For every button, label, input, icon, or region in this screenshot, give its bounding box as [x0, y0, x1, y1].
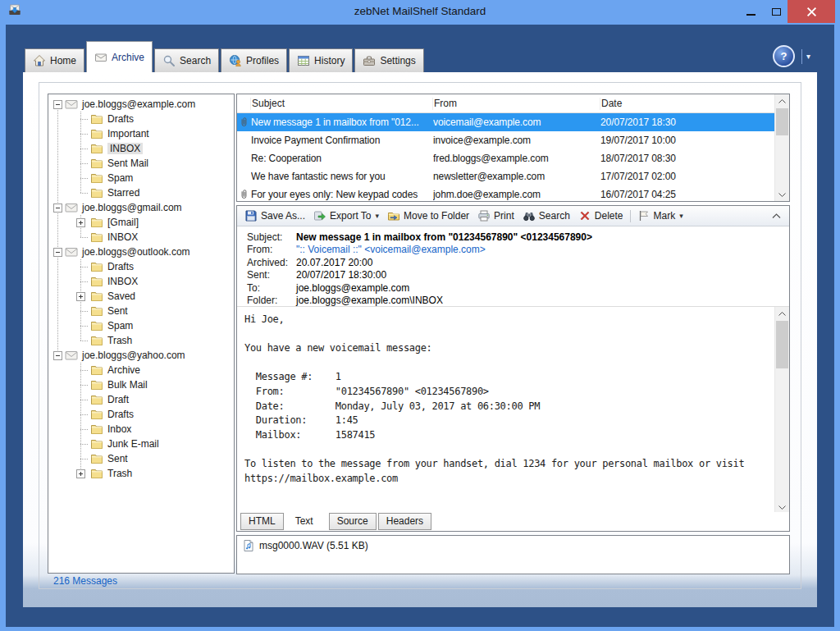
tree-folder-label: INBOX — [107, 143, 143, 154]
column-header-subject[interactable]: Subject — [251, 98, 433, 110]
column-header-attachment[interactable] — [237, 98, 251, 110]
view-tab-text[interactable]: Text — [285, 512, 323, 531]
tree-folder-sent[interactable]: Sent — [48, 451, 234, 466]
expand-expander-icon[interactable] — [76, 218, 85, 227]
tab-history[interactable]: History — [289, 48, 353, 72]
expand-expander-icon[interactable] — [76, 469, 85, 478]
collapse-expander-icon[interactable] — [53, 203, 62, 213]
tree-folder-spam[interactable]: Spam — [48, 318, 234, 333]
tree-account-joe-bloggs-outlook-com[interactable]: joe.bloggs@outlook.com — [48, 245, 234, 259]
view-tab-source[interactable]: Source — [329, 513, 377, 530]
message-row[interactable]: Re: Cooperationfred.bloggs@example.com18… — [237, 149, 775, 167]
tree-folder-label: Trash — [107, 335, 132, 346]
scroll-up-icon[interactable] — [775, 307, 789, 320]
view-tab-bar: HTMLTextSourceHeaders — [237, 512, 789, 531]
collapse-expander-icon[interactable] — [53, 100, 62, 109]
tree-connector — [80, 281, 88, 282]
column-header-from[interactable]: From — [433, 98, 600, 110]
header-value: 20/07/2017 18:30:00 — [296, 269, 386, 281]
tree-folder-drafts[interactable]: Drafts — [48, 259, 234, 274]
attachment-item[interactable]: msg0000.WAV (5.51 KB) — [237, 536, 789, 556]
mark-button[interactable]: Mark▾ — [633, 208, 687, 224]
header-label: From: — [247, 244, 296, 256]
tree-folder-inbox[interactable]: INBOX — [48, 274, 234, 289]
message-row[interactable]: Invoice Payment Confirmationinvoice@exam… — [237, 131, 775, 149]
help-dropdown-caret-icon[interactable]: ▾ — [806, 52, 810, 61]
tree-folder-trash[interactable]: Trash — [48, 333, 234, 348]
message-list-scrollbar[interactable] — [774, 94, 789, 201]
delete-button[interactable]: Delete — [574, 208, 628, 224]
message-row[interactable]: For your eyes only: New keypad codesjohm… — [237, 185, 775, 202]
message-header-row: From:":: Voicemail ::" <voicemail@exampl… — [247, 244, 783, 256]
tree-folder-sent[interactable]: Sent — [48, 304, 234, 318]
window-title: zebNet MailShelf Standard — [0, 5, 840, 17]
scroll-up-icon[interactable] — [775, 94, 789, 107]
tree-folder-important[interactable]: Important — [48, 126, 234, 141]
tree-folder-spam[interactable]: Spam — [48, 171, 234, 185]
minimize-button[interactable] — [738, 0, 763, 23]
collapse-preview-button[interactable] — [769, 212, 784, 220]
print-button[interactable]: Print — [473, 208, 518, 224]
toolbar-buttons: Save As...Export To▾Move to FolderPrintS… — [240, 208, 687, 224]
message-list-panel[interactable]: SubjectFromDate New message 1 in mailbox… — [236, 94, 790, 202]
export-to-button[interactable]: Export To▾ — [309, 208, 383, 224]
tab-archive[interactable]: Archive — [86, 41, 153, 72]
move-to-folder-button[interactable]: Move to Folder — [383, 208, 473, 224]
tab-search[interactable]: Search — [154, 48, 219, 72]
folder-icon — [90, 290, 103, 303]
collapse-expander-icon[interactable] — [53, 351, 62, 360]
message-body-scrollbar[interactable] — [774, 307, 789, 514]
tree-connector — [80, 326, 88, 327]
tree-folder-inbox[interactable]: Inbox — [48, 422, 234, 437]
scrollbar-thumb[interactable] — [776, 108, 788, 135]
tree-folder-starred[interactable]: Starred — [48, 185, 234, 200]
column-header-date[interactable]: Date — [600, 98, 775, 110]
folder-icon — [90, 186, 103, 199]
tree-account-joe-bloggs-yahoo-com[interactable]: joe.bloggs@yahoo.com — [48, 348, 234, 363]
message-list-rows: New message 1 in mailbox from "012...voi… — [237, 113, 789, 202]
tree-account-group: joe.bloggs@outlook.comDraftsINBOXSavedSe… — [48, 245, 234, 348]
help-icon[interactable]: ? — [773, 45, 795, 67]
tree-account-joe-bloggs-example-com[interactable]: joe.bloggs@example.com — [48, 97, 234, 112]
ribbon-tab-bar: HomeArchiveSearchProfilesHistorySettings — [25, 41, 426, 72]
dropdown-caret-icon: ▾ — [679, 212, 683, 220]
attachment-list: msg0000.WAV (5.51 KB) — [237, 536, 789, 556]
tree-folder-drafts[interactable]: Drafts — [48, 112, 234, 126]
expand-expander-icon[interactable] — [76, 292, 85, 301]
tree-folder-bulk-mail[interactable]: Bulk Mail — [48, 377, 234, 392]
save-as-button[interactable]: Save As... — [240, 208, 309, 224]
collapse-expander-icon[interactable] — [53, 248, 62, 257]
search-button[interactable]: Search — [518, 208, 574, 224]
view-tab-html[interactable]: HTML — [240, 513, 284, 530]
message-row[interactable]: We have fantastic news for younewsletter… — [237, 167, 775, 185]
close-button[interactable] — [788, 0, 835, 23]
view-tab-headers[interactable]: Headers — [378, 513, 431, 530]
scroll-down-icon[interactable] — [775, 188, 789, 201]
message-header-row: To:joe.bloggs@example.com — [247, 282, 783, 295]
envelope-icon — [65, 201, 78, 214]
tree-folder-inbox[interactable]: INBOX — [48, 230, 234, 245]
tree-connector — [80, 178, 88, 179]
tree-folder-sent-mail[interactable]: Sent Mail — [48, 156, 234, 171]
message-row[interactable]: New message 1 in mailbox from "012...voi… — [237, 113, 775, 131]
tab-profiles[interactable]: Profiles — [221, 48, 287, 72]
tree-account-joe-bloggs-gmail-com[interactable]: joe.bloggs@gmail.com — [48, 200, 234, 215]
profiles-icon — [229, 54, 242, 67]
maximize-button[interactable] — [764, 0, 788, 23]
tree-folder-saved[interactable]: Saved — [48, 289, 234, 304]
tab-home[interactable]: Home — [25, 48, 84, 72]
tree-folder-gmail[interactable]: [Gmail] — [48, 215, 234, 230]
folder-icon — [90, 378, 103, 391]
header-value[interactable]: ":: Voicemail ::" <voicemail@example.com… — [296, 244, 486, 256]
tab-settings[interactable]: Settings — [354, 48, 423, 72]
scrollbar-thumb[interactable] — [776, 321, 788, 368]
tree-folder-drafts[interactable]: Drafts — [48, 407, 234, 422]
tree-folder-inbox[interactable]: INBOX — [48, 141, 234, 156]
header-value: 20.07.2017 20:00 — [296, 257, 372, 269]
tree-folder-draft[interactable]: Draft — [48, 392, 234, 407]
tree-folder-junk-e-mail[interactable]: Junk E-mail — [48, 437, 234, 451]
application-window: zebNet MailShelf Standard HomeArchiveSea… — [0, 0, 840, 631]
tree-folder-archive[interactable]: Archive — [48, 363, 234, 377]
tree-folder-trash[interactable]: Trash — [48, 466, 234, 481]
folder-tree-panel[interactable]: joe.bloggs@example.comDraftsImportantINB… — [48, 94, 235, 574]
